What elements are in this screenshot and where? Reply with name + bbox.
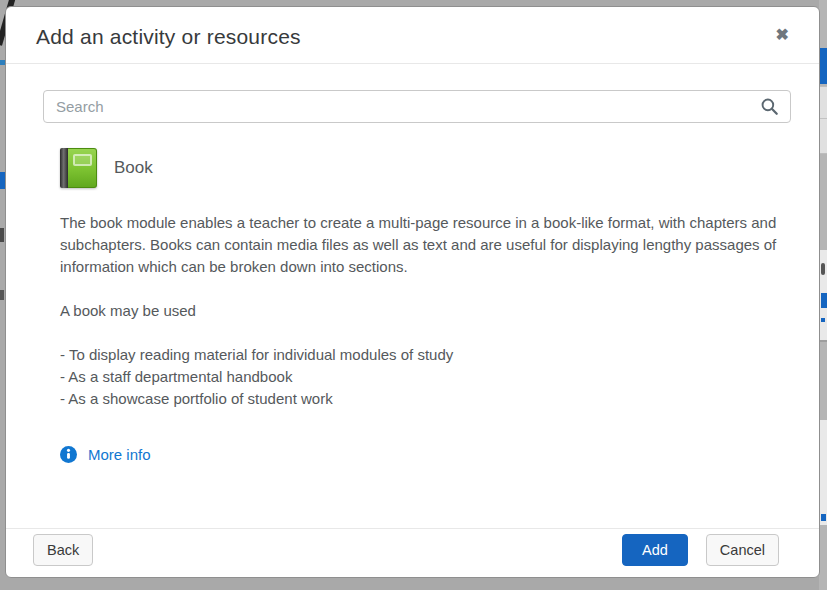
book-cover (68, 148, 97, 188)
module-usage-list: - To display reading material for indivi… (60, 344, 791, 410)
usage-item: - To display reading material for indivi… (60, 344, 791, 366)
background-blue-button-fragment (819, 48, 827, 84)
background-text-fragment (0, 290, 4, 300)
module-name: Book (114, 158, 153, 178)
module-header: Book (60, 148, 791, 188)
search-input[interactable] (43, 90, 791, 123)
info-icon (60, 446, 77, 463)
modal-body: Book The book module enables a teacher t… (6, 64, 819, 528)
search-wrap (43, 90, 791, 123)
modal-header: Add an activity or resources ✖ (6, 7, 819, 64)
search-icon (760, 97, 779, 116)
background-panel-fragment (819, 86, 827, 154)
module-description: The book module enables a teacher to cre… (60, 212, 786, 278)
more-info-label: More info (88, 446, 151, 463)
background-text-fragment (0, 228, 4, 242)
background-link-fragment (821, 293, 827, 308)
add-button[interactable]: Add (622, 534, 688, 566)
background-divider-fragment (819, 118, 827, 119)
module-detail: Book The book module enables a teacher t… (60, 148, 791, 467)
book-icon (60, 148, 97, 188)
back-button[interactable]: Back (33, 534, 93, 566)
modal-footer: Back Add Cancel (6, 528, 819, 577)
background-text-fragment (821, 263, 825, 275)
modal-title: Add an activity or resources (36, 23, 301, 51)
more-info-link[interactable]: More info (60, 446, 151, 463)
usage-item: - As a showcase portfolio of student wor… (60, 388, 791, 410)
background-panel-fragment (819, 420, 827, 525)
module-usage-intro: A book may be used (60, 300, 791, 322)
cancel-button[interactable]: Cancel (706, 534, 779, 566)
background-link-fragment (821, 514, 826, 521)
add-activity-modal: Add an activity or resources ✖ Book The (5, 6, 820, 578)
book-label (73, 154, 92, 166)
book-spine (60, 148, 68, 188)
close-icon[interactable]: ✖ (772, 23, 793, 47)
usage-item: - As a staff departmental handbook (60, 366, 791, 388)
background-link-fragment (821, 318, 825, 322)
